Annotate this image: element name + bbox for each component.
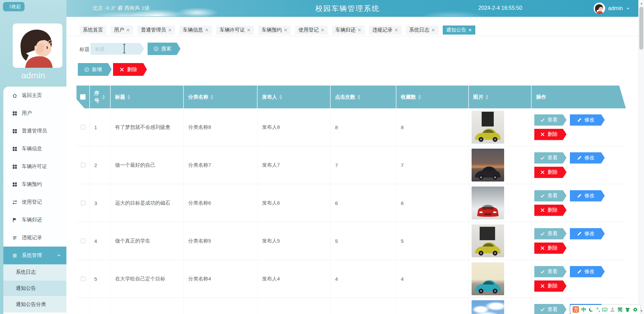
view-button[interactable]: 查看 (534, 190, 567, 202)
tab-label: 使用登记 (299, 27, 319, 33)
tab-车辆预约[interactable]: 车辆预约 (258, 25, 291, 35)
sort-carets-icon[interactable] (279, 95, 282, 99)
close-icon[interactable] (358, 28, 361, 32)
tab-使用登记[interactable]: 使用登记 (295, 25, 328, 35)
column-header-favorites[interactable]: 收藏数 (396, 86, 469, 108)
moon-icon[interactable] (589, 307, 594, 312)
close-icon[interactable] (394, 28, 398, 32)
view-button[interactable]: 查看 (534, 266, 567, 277)
notice-image-yellow-car-angle[interactable] (472, 224, 504, 257)
sidebar-subitem-通知公告分类[interactable]: 通知公告分类 (3, 297, 66, 313)
sort-carets-icon[interactable] (102, 95, 105, 99)
view-button[interactable]: 查看 (534, 152, 567, 164)
notice-image-blue-car-sky[interactable] (472, 300, 504, 314)
view-button[interactable]: 查看 (534, 114, 567, 126)
tshirt-icon[interactable] (625, 307, 630, 312)
row-delete-button[interactable]: 删除 (534, 280, 567, 292)
row-checkbox[interactable] (81, 201, 86, 205)
ime-punctuation-icon[interactable]: °, (596, 307, 600, 312)
column-header-category[interactable]: 分类名称 (184, 86, 258, 108)
tab-车辆信息[interactable]: 车辆信息 (179, 25, 212, 35)
sort-carets-icon[interactable] (358, 95, 360, 99)
edit-button[interactable]: 修改 (570, 114, 605, 126)
sidebar-item-车辆信息[interactable]: 车辆信息 (3, 140, 66, 158)
column-header-title[interactable]: 标题 (111, 86, 184, 108)
sidebar-item-车辆预约[interactable]: 车辆预约 (3, 175, 66, 193)
ime-logo-icon[interactable]: 万 (573, 306, 579, 313)
tab-普通管理员[interactable]: 普通管理员 (138, 25, 175, 35)
collapse-sidebar-button[interactable]: 《收起 (3, 2, 24, 11)
close-icon[interactable] (168, 28, 172, 32)
add-button[interactable]: 新增 (78, 63, 112, 76)
tab-车辆许可证[interactable]: 车辆许可证 (216, 25, 254, 35)
edit-button[interactable]: 修改 (570, 266, 605, 277)
edit-button[interactable]: 修改 (570, 152, 605, 164)
sort-carets-icon[interactable] (418, 95, 421, 99)
ime-simplified-icon[interactable]: 简 (618, 307, 623, 312)
sidebar-item-车辆许可证[interactable]: 车辆许可证 (3, 158, 66, 175)
column-header-no[interactable]: 序号 (90, 86, 111, 108)
row-delete-button[interactable]: 删除 (534, 129, 567, 140)
row-checkbox[interactable] (81, 276, 86, 281)
sort-carets-icon[interactable] (127, 95, 130, 99)
notice-image-dark-car-sunset[interactable] (472, 149, 504, 181)
cell-check (76, 108, 90, 146)
edit-button[interactable]: 修改 (570, 228, 605, 240)
row-delete-button[interactable]: 删除 (534, 167, 567, 178)
column-header-clicks[interactable]: 点击次数 (331, 86, 396, 108)
tab-系统日志[interactable]: 系统日志 (406, 25, 438, 35)
row-delete-button[interactable]: 删除 (534, 243, 567, 254)
sidebar-item-违规记录[interactable]: 违规记录 (3, 229, 66, 247)
notice-image-cyan-car-side[interactable] (472, 262, 504, 295)
sidebar-item-返回主页[interactable]: 返回主页 (3, 87, 66, 104)
column-header-publisher[interactable]: 发布人 (258, 86, 331, 108)
row-delete-button[interactable]: 删除 (534, 205, 567, 216)
edit-button[interactable]: 修改 (570, 190, 605, 202)
view-button[interactable]: 查看 (534, 228, 567, 240)
close-icon[interactable] (321, 28, 324, 32)
tab-违规记录[interactable]: 违规记录 (369, 25, 401, 35)
scroll-up-arrow[interactable]: ▲ (639, 0, 644, 6)
tab-车辆归还[interactable]: 车辆归还 (332, 25, 365, 35)
search-input[interactable] (91, 43, 144, 55)
close-icon[interactable] (126, 28, 130, 32)
view-button[interactable]: 查看 (534, 304, 567, 314)
sort-carets-icon[interactable] (486, 95, 488, 99)
sidebar-subitem-通知公告[interactable]: 通知公告 (3, 280, 66, 297)
delete-button[interactable]: 删除 (113, 63, 147, 76)
close-icon[interactable] (468, 28, 472, 32)
close-icon[interactable] (284, 28, 287, 32)
notice-image-red-car-front[interactable] (472, 187, 504, 219)
gear-icon[interactable] (633, 307, 638, 312)
row-checkbox[interactable] (81, 163, 86, 167)
button-label: 删除 (548, 131, 558, 138)
tab-用户[interactable]: 用户 (111, 25, 133, 35)
sidebar-item-普通管理员[interactable]: 普通管理员 (3, 122, 66, 140)
search-button[interactable]: 搜索 (148, 43, 180, 55)
sidebar-item-系统管理[interactable]: 系统管理 (3, 247, 66, 264)
sidebar-subitem-label: 系统日志 (16, 269, 36, 275)
sidebar-item-用户[interactable]: 用户 (3, 104, 66, 122)
row-checkbox[interactable] (81, 125, 86, 129)
column-header-check[interactable] (76, 86, 90, 108)
scrollbar-thumb[interactable] (639, 7, 643, 50)
page-title: 校园车辆管理系统 (315, 4, 380, 14)
column-header-image[interactable]: 图片 (469, 86, 532, 108)
person-icon[interactable] (610, 307, 615, 312)
ime-chinese-mode-icon[interactable]: 中 (581, 307, 586, 312)
tab-通知公告[interactable]: 通知公告 (443, 25, 475, 35)
notice-image-yellow-car-side[interactable] (472, 111, 504, 144)
select-all-checkbox[interactable] (80, 94, 86, 100)
sidebar-item-使用登记[interactable]: 使用登记 (3, 193, 66, 211)
sort-carets-icon[interactable] (211, 95, 213, 99)
close-icon[interactable] (205, 28, 209, 32)
user-menu[interactable]: admin (594, 3, 630, 14)
sidebar-item-label: 车辆信息 (22, 146, 42, 152)
close-icon[interactable] (431, 28, 435, 32)
tab-系统首页[interactable]: 系统首页 (79, 25, 106, 35)
row-checkbox[interactable] (81, 239, 86, 243)
sidebar-subitem-系统日志[interactable]: 系统日志 (3, 264, 66, 280)
keyboard-icon[interactable] (602, 307, 607, 312)
close-icon[interactable] (247, 28, 251, 32)
sidebar-item-车辆归还[interactable]: 车辆归还 (3, 211, 66, 229)
